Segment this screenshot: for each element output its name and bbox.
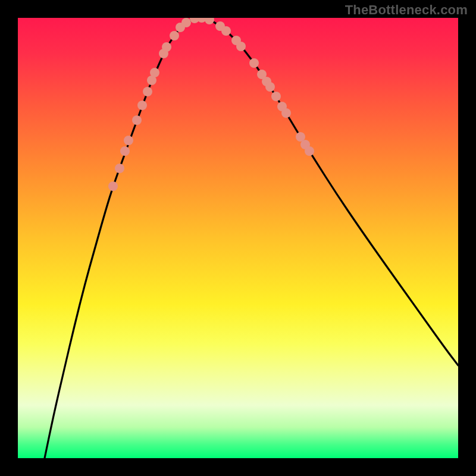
plot-area (18, 18, 458, 458)
data-marker (108, 181, 118, 191)
data-markers (108, 18, 314, 191)
data-marker (236, 42, 246, 51)
data-marker (205, 18, 214, 24)
data-marker (132, 115, 142, 125)
data-marker (281, 108, 291, 118)
data-marker (162, 42, 171, 52)
data-marker (221, 26, 231, 36)
data-marker (124, 136, 133, 145)
data-marker (265, 82, 275, 92)
data-marker (181, 18, 191, 27)
data-marker (249, 58, 259, 68)
data-marker (150, 68, 159, 77)
watermark-text: TheBottleneck.com (345, 2, 468, 18)
bottleneck-curve-svg (18, 18, 458, 458)
data-marker (120, 146, 130, 156)
data-marker (170, 31, 179, 40)
bottleneck-curve (45, 18, 458, 458)
chart-frame: TheBottleneck.com (0, 0, 476, 476)
data-marker (271, 92, 281, 101)
data-marker (115, 164, 124, 173)
data-marker (305, 146, 314, 156)
data-marker (137, 101, 147, 110)
data-marker (143, 87, 152, 96)
